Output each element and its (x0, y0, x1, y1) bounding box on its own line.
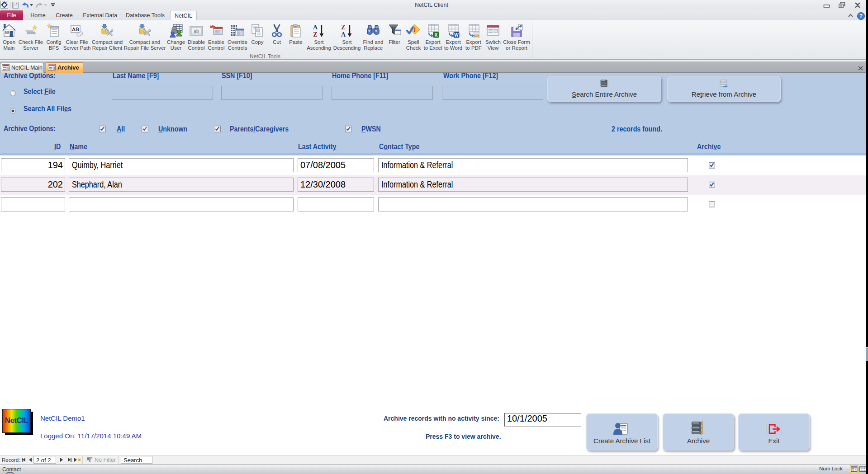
svg-text:Z: Z (313, 31, 317, 38)
svg-text:Z: Z (341, 24, 345, 31)
svg-text:AB: AB (72, 27, 79, 32)
svg-text:A: A (341, 31, 346, 38)
svg-text:A: A (313, 24, 318, 31)
svg-text:?: ? (859, 13, 863, 19)
